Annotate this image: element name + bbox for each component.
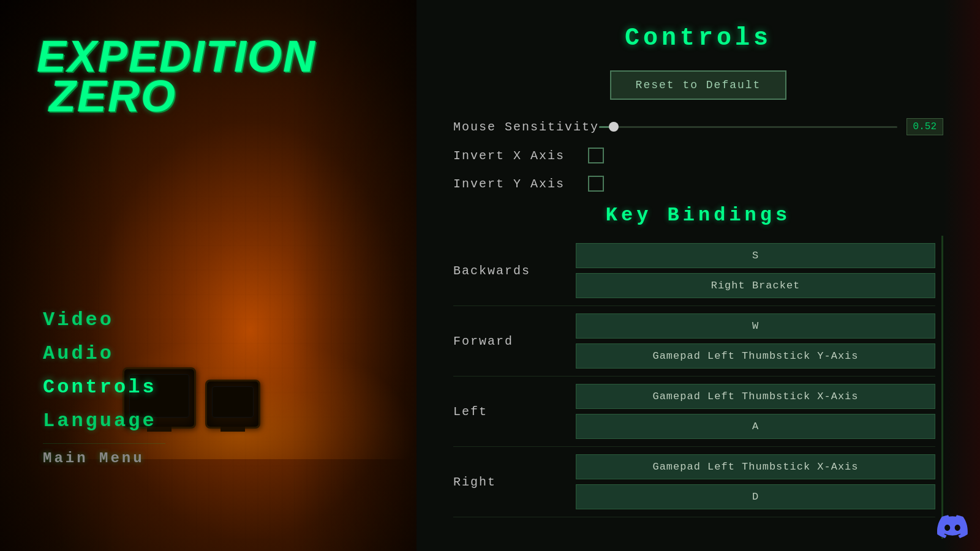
invert-x-row: Invert X Axis	[453, 148, 943, 163]
nav-item-controls[interactable]: Controls	[43, 376, 165, 399]
game-logo: EXPEDITION ZERO	[37, 37, 316, 116]
keybind-left-key1[interactable]: Gamepad Left Thumbstick X-Axis	[576, 384, 935, 409]
left-panel: EXPEDITION ZERO Video Audio Controls Lan…	[0, 0, 417, 551]
keybind-left-buttons: Gamepad Left Thumbstick X-Axis A	[576, 384, 935, 439]
keybind-left-label: Left	[453, 405, 576, 419]
nav-item-audio[interactable]: Audio	[43, 342, 165, 365]
keybind-scroll-area[interactable]: Backwards S Right Bracket Forward W Game…	[453, 236, 943, 539]
mouse-sensitivity-row: Mouse Sensitivity 0.52	[453, 118, 943, 135]
logo-line1: EXPEDITION	[37, 37, 316, 77]
keybind-forward: Forward W Gamepad Left Thumbstick Y-Axis	[453, 306, 935, 377]
nav-item-language[interactable]: Language	[43, 410, 165, 432]
invert-y-row: Invert Y Axis	[453, 176, 943, 192]
keybind-right: Right Gamepad Left Thumbstick X-Axis D	[453, 447, 935, 517]
slider-value: 0.52	[907, 118, 943, 135]
mouse-sensitivity-slider[interactable]: 0.52	[599, 118, 943, 135]
tv-right	[205, 380, 260, 429]
invert-x-label: Invert X Axis	[453, 149, 588, 163]
keybind-backwards-buttons: S Right Bracket	[576, 243, 935, 298]
reset-button[interactable]: Reset to Default	[610, 70, 787, 100]
right-content: Controls Reset to Default Mouse Sensitiv…	[417, 0, 980, 551]
key-bindings-title: Key Bindings	[453, 204, 943, 227]
keybind-right-key2[interactable]: D	[576, 484, 935, 509]
discord-icon[interactable]	[937, 514, 968, 539]
nav-item-video[interactable]: Video	[43, 309, 165, 331]
keybind-backwards: Backwards S Right Bracket	[453, 236, 935, 306]
nav-item-main-menu[interactable]: Main Menu	[43, 450, 165, 467]
keybind-right-buttons: Gamepad Left Thumbstick X-Axis D	[576, 454, 935, 509]
invert-x-checkbox[interactable]	[588, 148, 604, 163]
keybind-right-key1[interactable]: Gamepad Left Thumbstick X-Axis	[576, 454, 935, 479]
page-title: Controls	[453, 24, 943, 52]
keybind-backwards-key1[interactable]: S	[576, 243, 935, 268]
keybind-backwards-key2[interactable]: Right Bracket	[576, 273, 935, 298]
mouse-sensitivity-label: Mouse Sensitivity	[453, 120, 599, 134]
keybind-left: Left Gamepad Left Thumbstick X-Axis A	[453, 377, 935, 447]
keybind-forward-label: Forward	[453, 334, 576, 348]
right-panel: Controls Reset to Default Mouse Sensitiv…	[417, 0, 980, 551]
keybind-backwards-label: Backwards	[453, 264, 576, 278]
keybind-forward-key2[interactable]: Gamepad Left Thumbstick Y-Axis	[576, 343, 935, 369]
slider-thumb[interactable]	[609, 122, 619, 132]
keybind-right-label: Right	[453, 475, 576, 489]
logo-line2: ZERO	[49, 77, 316, 116]
keybind-forward-buttons: W Gamepad Left Thumbstick Y-Axis	[576, 313, 935, 369]
keybind-left-key2[interactable]: A	[576, 414, 935, 439]
nav-separator	[43, 443, 165, 444]
nav-menu: Video Audio Controls Language Main Menu	[43, 309, 165, 478]
invert-y-label: Invert Y Axis	[453, 177, 588, 191]
invert-y-checkbox[interactable]	[588, 176, 604, 192]
slider-track	[599, 126, 897, 128]
keybind-forward-key1[interactable]: W	[576, 313, 935, 339]
